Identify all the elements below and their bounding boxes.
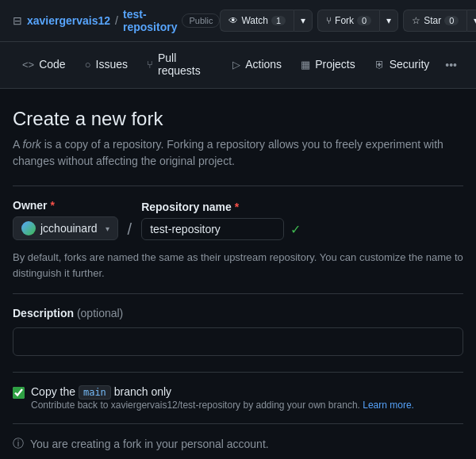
description-group: Description (optional) <box>13 307 463 359</box>
description-optional: (optional) <box>77 307 123 319</box>
copy-branch-sublabel: Contribute back to xaviergervais12/test-… <box>31 400 414 411</box>
fork-note: By default, forks are named the same as … <box>13 250 463 281</box>
tab-security-label: Security <box>390 58 430 71</box>
repo-name-label: Repository name * <box>141 201 301 213</box>
repo-owner[interactable]: xaviergervais12 <box>27 14 110 27</box>
divider-1 <box>13 186 463 186</box>
issues-icon: ○ <box>85 59 91 71</box>
fork-group: ⑂ Fork 0 ▾ <box>317 10 398 32</box>
fork-word: fork <box>22 138 40 151</box>
repo-title: ⊟ xaviergervais12 / test-repository Publ… <box>13 8 220 33</box>
star-group: ☆ Star 0 ▾ <box>403 10 476 32</box>
security-icon: ⛨ <box>374 59 385 71</box>
divider-2 <box>13 293 463 294</box>
main-content: Create a new fork A fork is a copy of a … <box>0 89 476 459</box>
repo-name-input[interactable] <box>141 218 284 240</box>
copy-branch-label[interactable]: Copy the main branch only <box>31 385 171 398</box>
tab-issues[interactable]: ○ Issues <box>75 48 137 82</box>
eye-icon: 👁 <box>228 15 238 26</box>
star-count: 0 <box>444 16 459 25</box>
watch-label: Watch <box>241 15 268 26</box>
chevron-down-icon-fork: ▾ <box>386 15 391 26</box>
repo-name-group: Repository name * ✓ <box>141 201 301 240</box>
desc-part2: is a copy of a repository. Forking a rep… <box>13 138 443 167</box>
repo-icon: ⊟ <box>13 14 22 27</box>
repo-name[interactable]: test-repository <box>123 8 177 33</box>
header-actions: 👁 Watch 1 ▾ ⑂ Fork 0 ▾ ☆ Star 0 <box>220 10 476 32</box>
fork-label: Fork <box>335 15 354 26</box>
page-description: A fork is a copy of a repository. Forkin… <box>13 136 463 170</box>
star-button[interactable]: ☆ Star 0 <box>403 10 466 32</box>
watch-count: 1 <box>271 16 286 25</box>
path-separator: / <box>125 220 136 239</box>
projects-icon: ▦ <box>301 59 310 71</box>
learn-more-link[interactable]: Learn more. <box>363 400 414 411</box>
pr-icon: ⑂ <box>147 59 153 71</box>
owner-group: Owner * jcchouinard ▾ <box>13 199 118 240</box>
copy-branch-content: Copy the main branch only Contribute bac… <box>31 385 414 411</box>
divider-4 <box>13 423 463 424</box>
copy-branch-checkbox[interactable] <box>13 387 25 399</box>
fork-icon: ⑂ <box>326 15 332 26</box>
repo-separator: / <box>115 14 118 27</box>
chevron-down-icon: ▾ <box>301 15 305 26</box>
copy-branch-row: Copy the main branch only Contribute bac… <box>13 385 463 411</box>
owner-label: Owner * <box>13 199 118 212</box>
tab-security[interactable]: ⛨ Security <box>365 48 440 82</box>
code-icon: <> <box>22 59 34 71</box>
tab-code-label: Code <box>39 58 65 71</box>
info-icon: ⓘ <box>13 437 24 451</box>
tab-code[interactable]: <> Code <box>13 48 75 82</box>
tab-issues-label: Issues <box>96 58 128 71</box>
desc-part1: A <box>13 138 22 151</box>
fork-dropdown-button[interactable]: ▾ <box>379 10 398 32</box>
tab-projects[interactable]: ▦ Projects <box>291 48 365 82</box>
watch-dropdown-button[interactable]: ▾ <box>294 10 313 32</box>
tab-actions[interactable]: ▷ Actions <box>223 48 291 82</box>
actions-icon: ▷ <box>232 59 240 71</box>
star-dropdown-button[interactable]: ▾ <box>466 10 476 32</box>
repo-name-required: * <box>235 201 239 213</box>
watch-group: 👁 Watch 1 ▾ <box>220 10 313 32</box>
owner-select[interactable]: jcchouinard ▾ <box>13 216 118 240</box>
check-icon: ✓ <box>290 222 301 237</box>
tab-projects-label: Projects <box>315 58 355 71</box>
divider-3 <box>13 372 463 373</box>
tab-pull-requests[interactable]: ⑂ Pull requests <box>137 42 223 88</box>
branch-name-tag: main <box>79 385 111 400</box>
repo-nav: <> Code ○ Issues ⑂ Pull requests ▷ Actio… <box>0 42 476 89</box>
owner-repo-row: Owner * jcchouinard ▾ / Repository name … <box>13 199 463 240</box>
star-icon: ☆ <box>412 15 420 26</box>
description-label: Description (optional) <box>13 307 463 319</box>
fork-button[interactable]: ⑂ Fork 0 <box>317 10 379 32</box>
owner-avatar <box>21 221 36 235</box>
owner-required: * <box>50 199 54 212</box>
repo-name-input-wrap: ✓ <box>141 218 301 240</box>
star-label: Star <box>424 15 441 26</box>
fork-count: 0 <box>357 16 371 25</box>
info-note-text: You are creating a fork in your personal… <box>30 438 269 450</box>
repo-header: ⊟ xaviergervais12 / test-repository Publ… <box>0 0 476 42</box>
visibility-badge: Public <box>182 13 220 28</box>
tab-actions-label: Actions <box>245 58 282 71</box>
owner-name: jcchouinard <box>40 222 98 235</box>
nav-more-button[interactable]: ••• <box>439 52 463 78</box>
owner-chevron-icon: ▾ <box>106 224 109 233</box>
watch-button[interactable]: 👁 Watch 1 <box>220 10 294 32</box>
page-title: Create a new fork <box>13 108 463 130</box>
description-input[interactable] <box>13 327 463 356</box>
tab-pr-label: Pull requests <box>158 52 213 77</box>
info-note: ⓘ You are creating a fork in your person… <box>13 437 463 451</box>
